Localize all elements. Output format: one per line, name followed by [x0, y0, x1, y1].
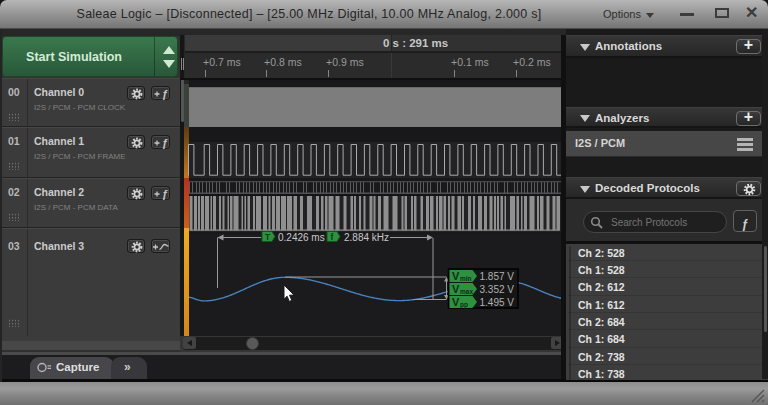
svg-text:1.495 V: 1.495 V — [480, 297, 515, 308]
svg-text:1.857 V: 1.857 V — [480, 271, 515, 282]
svg-text:min: min — [460, 275, 472, 282]
svg-text:max: max — [460, 288, 473, 295]
svg-text:pp: pp — [460, 301, 468, 309]
svg-text:f: f — [331, 232, 334, 242]
svg-text:V: V — [452, 283, 460, 295]
svg-text:3.352 V: 3.352 V — [480, 284, 515, 295]
svg-text:V: V — [452, 296, 460, 308]
svg-text:T: T — [265, 232, 271, 242]
svg-text:V: V — [452, 270, 460, 282]
